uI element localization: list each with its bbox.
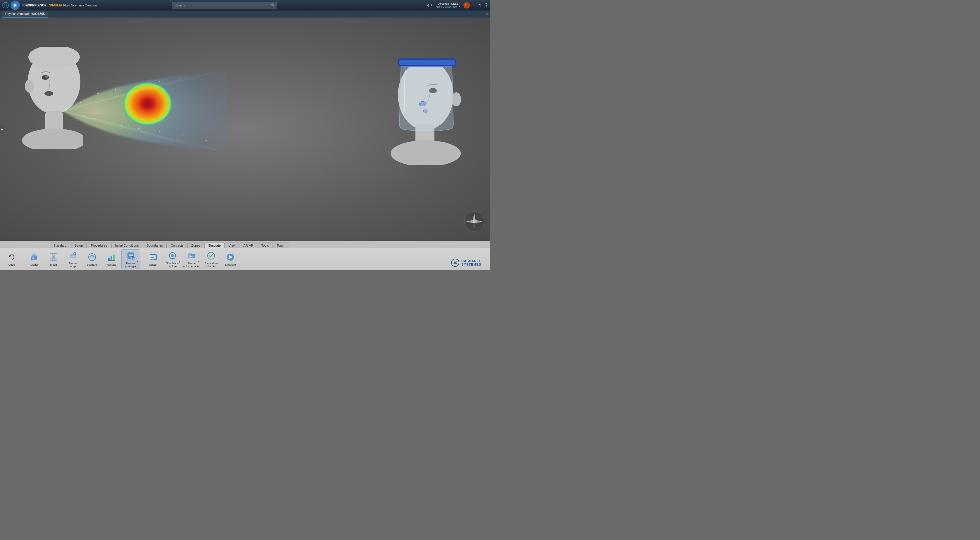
svg-point-8 — [45, 91, 53, 96]
head-right — [382, 42, 469, 165]
feature-manager-icon: FM — [126, 251, 136, 261]
output-label: Output — [149, 263, 158, 266]
output-button[interactable]: Output — [144, 249, 162, 269]
simulation-options-button[interactable]: Simulation Options ▼ — [163, 249, 182, 269]
tab-touch[interactable]: Touch — [273, 243, 289, 248]
tab-ar-vr[interactable]: AR-VR — [240, 243, 257, 248]
mesh-button[interactable]: Mesh — [44, 249, 63, 269]
add-button[interactable]: + — [473, 3, 476, 8]
simulation-checks-label: Simulation Checks — [205, 262, 218, 268]
svg-point-26 — [80, 102, 81, 103]
ds-brand-icon: 3S — [451, 258, 460, 267]
svg-point-35 — [200, 76, 200, 76]
tab-setup[interactable]: Setup — [71, 243, 87, 248]
tab-standard[interactable]: Standard — [50, 243, 70, 248]
scenario-button[interactable]: Scenario — [83, 249, 102, 269]
mesh-icon — [48, 252, 59, 262]
svg-marker-94 — [153, 259, 156, 260]
tab-procedures[interactable]: Procedures — [87, 243, 111, 248]
bookmark-icon[interactable]: 🏷 — [427, 3, 432, 8]
svg-text:P: P — [74, 253, 75, 255]
svg-point-41 — [159, 131, 160, 132]
undo-icon — [6, 252, 17, 262]
svg-text:3S: 3S — [453, 261, 457, 264]
results-button[interactable]: Results — [102, 249, 121, 269]
svg-point-6 — [42, 75, 49, 80]
user-info: Jonathan (JLESEN Public-Collaboration ▾ — [435, 2, 460, 8]
search-bar: 🔍 — [172, 2, 277, 8]
document-tab[interactable]: Physics Simulation0001355 — [2, 11, 48, 17]
play-button[interactable] — [11, 1, 20, 10]
svg-text:MS: MS — [190, 256, 194, 258]
tab-initial-conditions[interactable]: Initial Conditions — [111, 243, 143, 248]
results-icon — [106, 252, 117, 262]
model-button[interactable]: Model — [25, 249, 44, 269]
svg-point-33 — [159, 81, 160, 83]
simulation-options-dropdown-arrow[interactable]: ▼ — [178, 260, 181, 263]
svg-rect-82 — [110, 256, 112, 260]
svg-text:y: y — [474, 225, 475, 228]
mesh-label: Mesh — [50, 263, 57, 266]
svg-point-7 — [45, 76, 48, 78]
svg-point-43 — [205, 140, 207, 141]
feature-manager-button[interactable]: FM Feature Manager ▼ — [121, 249, 140, 269]
svg-marker-2 — [14, 4, 17, 7]
svg-point-42 — [183, 136, 183, 137]
svg-point-96 — [171, 254, 174, 257]
top-navigation-bar: 3S 3DEXPERIENCE | SIMULIA Fluid Scenario… — [0, 0, 490, 11]
svg-point-37 — [94, 118, 95, 119]
model-prep-button[interactable]: P Model Prep — [64, 249, 82, 269]
svg-point-39 — [121, 125, 122, 126]
svg-text:Y: Y — [473, 215, 475, 218]
svg-point-104 — [208, 252, 215, 259]
share-button[interactable]: ⇧ — [478, 3, 482, 8]
top-right-controls: 🏷 Jonathan (JLESEN Public-Collaboration … — [427, 2, 488, 8]
svg-point-38 — [108, 122, 108, 123]
3d-viewport[interactable]: Y y x X ▶ — [0, 17, 490, 241]
feature-manager-dropdown-arrow[interactable]: ▼ — [136, 260, 138, 263]
tab-zones[interactable]: Zones — [188, 243, 204, 248]
user-name: Jonathan (JLESEN — [438, 2, 460, 5]
svg-point-30 — [115, 89, 116, 90]
search-input[interactable] — [172, 2, 277, 8]
ds-logo-icon: 3S — [2, 2, 9, 8]
svg-rect-66 — [32, 257, 34, 259]
model-scenario-button[interactable]: MS Model and Scenario... ▼ — [183, 249, 201, 269]
svg-point-27 — [89, 98, 90, 98]
tab-simulate[interactable]: Simulate — [204, 243, 224, 248]
svg-point-52 — [391, 140, 461, 165]
fluid-visualization — [57, 52, 232, 170]
expand-button[interactable]: □ — [485, 12, 488, 16]
simulation-checks-button[interactable]: Simulation Checks — [202, 249, 220, 269]
svg-text:X: X — [478, 221, 480, 223]
app-title: 3DEXPERIENCE | SIMULIA Fluid Scenario Cr… — [22, 3, 97, 7]
svg-rect-81 — [108, 258, 110, 260]
tab-boundaries[interactable]: Boundaries — [143, 243, 167, 248]
tab-contacts[interactable]: Contacts — [167, 243, 187, 248]
tab-view[interactable]: View — [225, 243, 239, 248]
navigation-compass[interactable]: Y y x X — [464, 211, 485, 232]
simulate-run-label: Simulate — [225, 263, 236, 266]
avatar[interactable]: JL — [463, 2, 470, 8]
scenario-label: Scenario — [86, 263, 98, 266]
simulate-run-button[interactable]: Simulate — [221, 249, 240, 269]
toolbar-tab-bar: Standard Setup Procedures Initial Condit… — [0, 241, 490, 248]
simulation-checks-icon — [206, 251, 216, 261]
workspace-name[interactable]: Public-Collaboration ▾ — [435, 5, 460, 8]
help-button[interactable]: ? — [485, 3, 488, 8]
panel-collapse-arrow[interactable]: ▶ — [0, 125, 4, 133]
output-icon — [148, 252, 159, 262]
svg-point-40 — [138, 128, 140, 129]
svg-marker-65 — [31, 253, 37, 256]
model-scenario-dropdown-arrow[interactable]: ▼ — [198, 260, 200, 263]
svg-point-34 — [180, 79, 180, 79]
search-icon[interactable]: 🔍 — [271, 3, 275, 7]
scenario-icon — [87, 252, 97, 262]
ds-brand-text: DASSAULT SYSTÈMES — [461, 259, 481, 266]
model-icon — [29, 252, 40, 262]
undo-button[interactable]: Undo — [2, 249, 21, 269]
tab-tools[interactable]: Tools — [258, 243, 273, 248]
svg-rect-49 — [399, 60, 455, 65]
svg-text:FM: FM — [131, 257, 134, 259]
add-tab-button[interactable]: + — [49, 12, 51, 16]
